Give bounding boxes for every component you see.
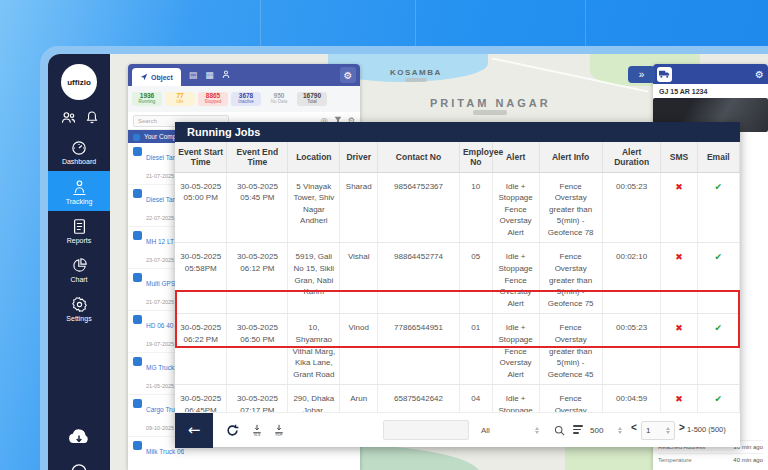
cell-employee: 04 (459, 385, 492, 412)
cell-sms: ✖ (661, 243, 697, 314)
running-jobs-title: Running Jobs (175, 122, 740, 142)
cloud-download-icon[interactable] (66, 427, 92, 446)
vehicle-settings-gear-icon[interactable]: ⚙ (755, 69, 764, 80)
cell-location: 290, Dhaka Johar, Mukherjee Nagar (288, 385, 340, 412)
table-row[interactable]: 30-05-2025 05:00 PM30-05-2025 05:45 PM5 … (175, 172, 740, 243)
uffizio-logo[interactable]: uffizio (61, 64, 97, 100)
table-row[interactable]: 30-05-2025 06:22 PM30-05-2025 06:50 PM10… (175, 314, 740, 385)
sidebar-item-label: Settings (66, 315, 91, 322)
sidebar: uffizio D (48, 54, 110, 470)
column-header[interactable]: Driver (340, 142, 378, 172)
sidebar-item-settings[interactable]: Settings (48, 289, 110, 328)
cell-duration: 00:02:10 (602, 243, 661, 314)
object-checkbox[interactable] (133, 315, 142, 324)
vehicle-panel-header: ⚙ (653, 64, 768, 84)
expand-panel-button[interactable]: » (628, 66, 655, 83)
object-checkbox[interactable] (133, 399, 142, 408)
sidebar-item-label: Reports (67, 237, 92, 244)
next-page-button[interactable]: > (679, 422, 685, 433)
export-pdf-button[interactable]: PDF (274, 424, 284, 437)
status-chip-no-data[interactable]: 950No Data (264, 92, 294, 106)
notifications-bell-icon[interactable] (85, 110, 99, 125)
object-checkbox[interactable] (133, 357, 142, 366)
cell-start: 30-05-2025 06:22 PM (175, 314, 227, 385)
cell-sms: ✖ (661, 385, 697, 412)
cell-location: 10, Shyamrao Vithal Marg, Kika Lane, Gra… (288, 314, 340, 385)
cell-email: ✔ (697, 385, 739, 412)
detail-value: 40 min ago (733, 457, 763, 463)
app-window-frame: uffizio D (40, 46, 768, 470)
tab-object[interactable]: Object (132, 68, 181, 86)
sidebar-item-chart[interactable]: Chart (48, 250, 110, 289)
cell-alert_info: Fence Overstay greater than 5(min) - Geo… (539, 172, 602, 243)
tracking-icon (72, 178, 87, 196)
column-header[interactable]: Location (288, 142, 340, 172)
status-chip-idle[interactable]: 77Idle (165, 92, 195, 106)
status-chip-running[interactable]: 1936Running (132, 92, 162, 106)
back-button[interactable]: ← (175, 413, 213, 448)
sidebar-item-label: Dashboard (62, 158, 96, 165)
column-header[interactable]: Contact No (378, 142, 460, 172)
objects-tabs-bar: Object ▤ ▦ ⚙ (128, 64, 360, 86)
company-checkbox[interactable] (133, 134, 140, 141)
column-header[interactable]: Event End Time (227, 142, 288, 172)
cell-start: 30-05-2025 06:45PM (175, 385, 227, 412)
column-filter-select[interactable]: All (477, 420, 543, 440)
list-view-icon[interactable]: ▤ (189, 70, 198, 80)
object-checkbox[interactable] (133, 273, 142, 282)
cell-email: ✔ (697, 314, 739, 385)
email-sent-icon: ✔ (715, 182, 723, 192)
column-header[interactable]: Event Start Time (175, 142, 227, 172)
cell-alert: Idle + Stoppage Fence Overstay Alert (492, 172, 539, 243)
object-checkbox[interactable] (133, 147, 142, 156)
cell-driver: Vishal (340, 243, 378, 314)
cell-contact: 98564752367 (378, 172, 460, 243)
pagination-range-label: 1-500 (500) (687, 425, 726, 434)
email-sent-icon: ✔ (715, 323, 723, 333)
refresh-button[interactable] (225, 423, 240, 438)
sidebar-item-reports[interactable]: Reports (48, 211, 110, 250)
status-chips-row: 1936Running77Idle8865Stopped3678Inactive… (128, 86, 360, 112)
status-chip-total[interactable]: 16790Total (297, 92, 327, 106)
column-header[interactable]: Alert Duration (602, 142, 661, 172)
cell-employee: 01 (459, 314, 492, 385)
object-checkbox[interactable] (133, 441, 142, 450)
sidebar-item-tracking[interactable]: Tracking (48, 171, 110, 211)
table-row[interactable]: 30-05-2025 05:58PM30-05-2025 06:12 PM591… (175, 243, 740, 314)
page-size-select[interactable]: 500 (587, 421, 625, 440)
column-header[interactable]: SMS (661, 142, 697, 172)
cell-sms: ✖ (661, 314, 697, 385)
export-xls-button[interactable]: XLS (252, 424, 262, 437)
chart-icon (71, 257, 88, 274)
background-line (415, 0, 416, 48)
cell-alert: Idle + Stoppage Fence Overstay Alert (492, 314, 539, 385)
column-header[interactable]: Alert Info (539, 142, 602, 172)
desktop-background: uffizio D (0, 0, 768, 470)
prev-page-button[interactable]: < (631, 422, 637, 433)
column-header[interactable]: Email (697, 142, 739, 172)
cell-duration: 00:04:59 (602, 385, 661, 412)
users-icon[interactable] (60, 110, 77, 125)
column-header[interactable]: Employee No (459, 142, 492, 172)
grid-view-icon[interactable]: ▦ (205, 70, 214, 80)
search-icon[interactable] (553, 423, 566, 441)
object-checkbox[interactable] (133, 189, 142, 198)
objects-settings-gear-icon[interactable]: ⚙ (340, 67, 356, 83)
reports-icon (72, 218, 87, 235)
object-checkbox[interactable] (133, 231, 142, 240)
table-row[interactable]: 30-05-2025 06:45PM30-05-2025 07:17 PM290… (175, 385, 740, 412)
sidebar-item-dashboard[interactable]: Dashboard (48, 133, 110, 171)
cell-email: ✔ (697, 172, 739, 243)
cell-duration: 00:05:23 (602, 172, 661, 243)
page-input[interactable]: 1 (641, 421, 675, 440)
vehicle-truck-icon (657, 67, 672, 82)
support-headset-icon[interactable] (69, 460, 89, 470)
background-line (260, 0, 261, 48)
map-label-kosamba: KOSAMBA (390, 68, 442, 82)
vehicle-plate: GJ 15 AR 1234 (653, 84, 768, 98)
status-chip-stopped[interactable]: 8865Stopped (198, 92, 228, 106)
driver-view-icon[interactable] (222, 70, 230, 81)
cell-alert_info: Fence Overstay greater than 5(min) - Geo… (539, 314, 602, 385)
status-chip-inactive[interactable]: 3678Inactive (231, 92, 261, 106)
jobs-search-input[interactable] (383, 420, 469, 440)
